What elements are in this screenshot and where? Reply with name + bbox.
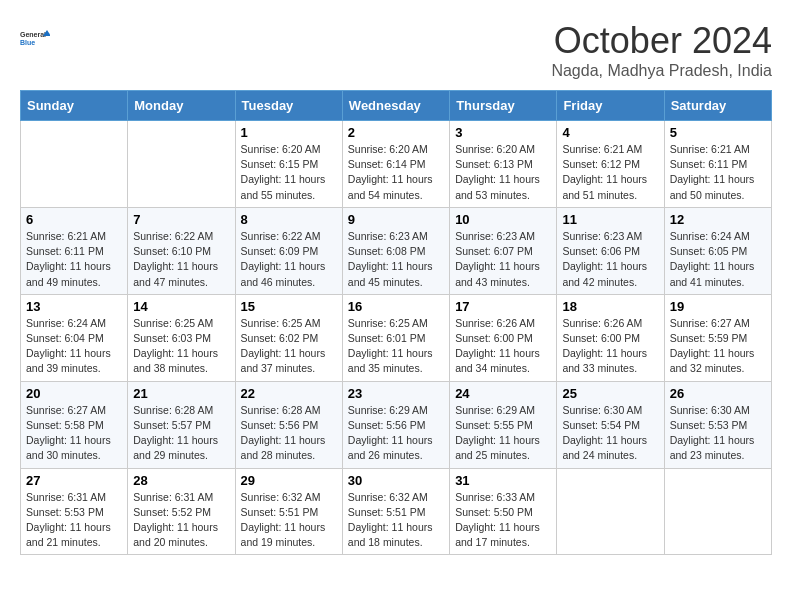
- day-info: Sunrise: 6:33 AMSunset: 5:50 PMDaylight:…: [455, 490, 551, 551]
- day-info: Sunrise: 6:21 AMSunset: 6:12 PMDaylight:…: [562, 142, 658, 203]
- calendar-cell: 9 Sunrise: 6:23 AMSunset: 6:08 PMDayligh…: [342, 207, 449, 294]
- day-number: 13: [26, 299, 122, 314]
- day-info: Sunrise: 6:20 AMSunset: 6:14 PMDaylight:…: [348, 142, 444, 203]
- calendar-cell: 24 Sunrise: 6:29 AMSunset: 5:55 PMDaylig…: [450, 381, 557, 468]
- day-info: Sunrise: 6:27 AMSunset: 5:58 PMDaylight:…: [26, 403, 122, 464]
- day-info: Sunrise: 6:31 AMSunset: 5:52 PMDaylight:…: [133, 490, 229, 551]
- weekday-header-row: SundayMondayTuesdayWednesdayThursdayFrid…: [21, 91, 772, 121]
- svg-text:Blue: Blue: [20, 39, 35, 46]
- day-info: Sunrise: 6:27 AMSunset: 5:59 PMDaylight:…: [670, 316, 766, 377]
- day-number: 1: [241, 125, 337, 140]
- day-info: Sunrise: 6:30 AMSunset: 5:54 PMDaylight:…: [562, 403, 658, 464]
- calendar-cell: 1 Sunrise: 6:20 AMSunset: 6:15 PMDayligh…: [235, 121, 342, 208]
- calendar-table: SundayMondayTuesdayWednesdayThursdayFrid…: [20, 90, 772, 555]
- day-info: Sunrise: 6:26 AMSunset: 6:00 PMDaylight:…: [455, 316, 551, 377]
- calendar-cell: 14 Sunrise: 6:25 AMSunset: 6:03 PMDaylig…: [128, 294, 235, 381]
- calendar-cell: 2 Sunrise: 6:20 AMSunset: 6:14 PMDayligh…: [342, 121, 449, 208]
- weekday-header-saturday: Saturday: [664, 91, 771, 121]
- calendar-cell: 25 Sunrise: 6:30 AMSunset: 5:54 PMDaylig…: [557, 381, 664, 468]
- day-info: Sunrise: 6:20 AMSunset: 6:15 PMDaylight:…: [241, 142, 337, 203]
- day-number: 27: [26, 473, 122, 488]
- calendar-cell: 30 Sunrise: 6:32 AMSunset: 5:51 PMDaylig…: [342, 468, 449, 555]
- calendar-week-row: 6 Sunrise: 6:21 AMSunset: 6:11 PMDayligh…: [21, 207, 772, 294]
- day-info: Sunrise: 6:23 AMSunset: 6:07 PMDaylight:…: [455, 229, 551, 290]
- weekday-header-friday: Friday: [557, 91, 664, 121]
- day-number: 15: [241, 299, 337, 314]
- day-number: 19: [670, 299, 766, 314]
- logo-svg: General Blue: [20, 20, 50, 56]
- day-number: 11: [562, 212, 658, 227]
- calendar-cell: 16 Sunrise: 6:25 AMSunset: 6:01 PMDaylig…: [342, 294, 449, 381]
- day-number: 18: [562, 299, 658, 314]
- calendar-cell: 3 Sunrise: 6:20 AMSunset: 6:13 PMDayligh…: [450, 121, 557, 208]
- day-info: Sunrise: 6:31 AMSunset: 5:53 PMDaylight:…: [26, 490, 122, 551]
- day-number: 12: [670, 212, 766, 227]
- day-number: 23: [348, 386, 444, 401]
- day-info: Sunrise: 6:30 AMSunset: 5:53 PMDaylight:…: [670, 403, 766, 464]
- weekday-header-sunday: Sunday: [21, 91, 128, 121]
- calendar-cell: 23 Sunrise: 6:29 AMSunset: 5:56 PMDaylig…: [342, 381, 449, 468]
- calendar-cell: 11 Sunrise: 6:23 AMSunset: 6:06 PMDaylig…: [557, 207, 664, 294]
- page-header: General Blue October 2024 Nagda, Madhya …: [20, 20, 772, 80]
- calendar-cell: 20 Sunrise: 6:27 AMSunset: 5:58 PMDaylig…: [21, 381, 128, 468]
- calendar-week-row: 13 Sunrise: 6:24 AMSunset: 6:04 PMDaylig…: [21, 294, 772, 381]
- day-info: Sunrise: 6:28 AMSunset: 5:57 PMDaylight:…: [133, 403, 229, 464]
- calendar-cell: 26 Sunrise: 6:30 AMSunset: 5:53 PMDaylig…: [664, 381, 771, 468]
- day-info: Sunrise: 6:29 AMSunset: 5:56 PMDaylight:…: [348, 403, 444, 464]
- day-number: 30: [348, 473, 444, 488]
- calendar-cell: 12 Sunrise: 6:24 AMSunset: 6:05 PMDaylig…: [664, 207, 771, 294]
- calendar-cell: 21 Sunrise: 6:28 AMSunset: 5:57 PMDaylig…: [128, 381, 235, 468]
- day-number: 16: [348, 299, 444, 314]
- day-number: 2: [348, 125, 444, 140]
- calendar-cell: 19 Sunrise: 6:27 AMSunset: 5:59 PMDaylig…: [664, 294, 771, 381]
- calendar-cell: 31 Sunrise: 6:33 AMSunset: 5:50 PMDaylig…: [450, 468, 557, 555]
- calendar-cell: 8 Sunrise: 6:22 AMSunset: 6:09 PMDayligh…: [235, 207, 342, 294]
- day-number: 6: [26, 212, 122, 227]
- location-title: Nagda, Madhya Pradesh, India: [551, 62, 772, 80]
- calendar-cell: 17 Sunrise: 6:26 AMSunset: 6:00 PMDaylig…: [450, 294, 557, 381]
- day-info: Sunrise: 6:32 AMSunset: 5:51 PMDaylight:…: [348, 490, 444, 551]
- calendar-cell: [664, 468, 771, 555]
- svg-text:General: General: [20, 31, 46, 38]
- day-number: 7: [133, 212, 229, 227]
- weekday-header-monday: Monday: [128, 91, 235, 121]
- calendar-cell: 7 Sunrise: 6:22 AMSunset: 6:10 PMDayligh…: [128, 207, 235, 294]
- day-number: 14: [133, 299, 229, 314]
- day-number: 31: [455, 473, 551, 488]
- calendar-cell: 4 Sunrise: 6:21 AMSunset: 6:12 PMDayligh…: [557, 121, 664, 208]
- calendar-cell: 29 Sunrise: 6:32 AMSunset: 5:51 PMDaylig…: [235, 468, 342, 555]
- day-info: Sunrise: 6:21 AMSunset: 6:11 PMDaylight:…: [26, 229, 122, 290]
- day-number: 28: [133, 473, 229, 488]
- calendar-cell: 15 Sunrise: 6:25 AMSunset: 6:02 PMDaylig…: [235, 294, 342, 381]
- calendar-cell: [557, 468, 664, 555]
- day-info: Sunrise: 6:24 AMSunset: 6:05 PMDaylight:…: [670, 229, 766, 290]
- calendar-cell: 27 Sunrise: 6:31 AMSunset: 5:53 PMDaylig…: [21, 468, 128, 555]
- day-number: 3: [455, 125, 551, 140]
- calendar-cell: 18 Sunrise: 6:26 AMSunset: 6:00 PMDaylig…: [557, 294, 664, 381]
- day-info: Sunrise: 6:21 AMSunset: 6:11 PMDaylight:…: [670, 142, 766, 203]
- day-number: 5: [670, 125, 766, 140]
- calendar-cell: 22 Sunrise: 6:28 AMSunset: 5:56 PMDaylig…: [235, 381, 342, 468]
- day-number: 24: [455, 386, 551, 401]
- weekday-header-tuesday: Tuesday: [235, 91, 342, 121]
- calendar-week-row: 1 Sunrise: 6:20 AMSunset: 6:15 PMDayligh…: [21, 121, 772, 208]
- day-info: Sunrise: 6:28 AMSunset: 5:56 PMDaylight:…: [241, 403, 337, 464]
- calendar-cell: [21, 121, 128, 208]
- day-info: Sunrise: 6:25 AMSunset: 6:02 PMDaylight:…: [241, 316, 337, 377]
- title-area: October 2024 Nagda, Madhya Pradesh, Indi…: [551, 20, 772, 80]
- month-title: October 2024: [551, 20, 772, 62]
- day-info: Sunrise: 6:22 AMSunset: 6:09 PMDaylight:…: [241, 229, 337, 290]
- weekday-header-wednesday: Wednesday: [342, 91, 449, 121]
- calendar-cell: 6 Sunrise: 6:21 AMSunset: 6:11 PMDayligh…: [21, 207, 128, 294]
- day-info: Sunrise: 6:23 AMSunset: 6:08 PMDaylight:…: [348, 229, 444, 290]
- day-info: Sunrise: 6:24 AMSunset: 6:04 PMDaylight:…: [26, 316, 122, 377]
- calendar-week-row: 27 Sunrise: 6:31 AMSunset: 5:53 PMDaylig…: [21, 468, 772, 555]
- calendar-cell: 28 Sunrise: 6:31 AMSunset: 5:52 PMDaylig…: [128, 468, 235, 555]
- day-number: 29: [241, 473, 337, 488]
- day-number: 10: [455, 212, 551, 227]
- day-info: Sunrise: 6:23 AMSunset: 6:06 PMDaylight:…: [562, 229, 658, 290]
- day-number: 9: [348, 212, 444, 227]
- day-info: Sunrise: 6:20 AMSunset: 6:13 PMDaylight:…: [455, 142, 551, 203]
- day-number: 20: [26, 386, 122, 401]
- calendar-cell: 10 Sunrise: 6:23 AMSunset: 6:07 PMDaylig…: [450, 207, 557, 294]
